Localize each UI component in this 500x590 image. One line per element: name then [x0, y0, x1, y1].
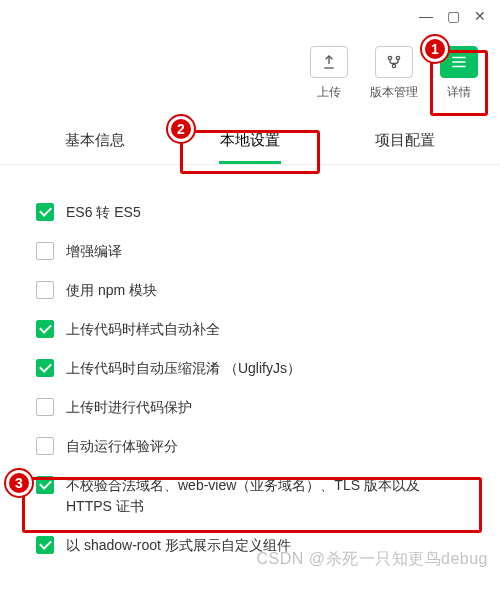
setting-label: 不校验合法域名、web-view（业务域名）、TLS 版本以及 HTTPS 证书 — [66, 475, 464, 517]
setting-nocheck[interactable]: 不校验合法域名、web-view（业务域名）、TLS 版本以及 HTTPS 证书 — [36, 466, 464, 526]
setting-audit[interactable]: 自动运行体验评分 — [36, 427, 464, 466]
setting-label: 以 shadow-root 形式展示自定义组件 — [66, 535, 291, 556]
setting-style[interactable]: 上传代码时样式自动补全 — [36, 310, 464, 349]
setting-uglify[interactable]: 上传代码时自动压缩混淆 （UglifyJs） — [36, 349, 464, 388]
checkbox-icon[interactable] — [36, 203, 54, 221]
checkbox-icon[interactable] — [36, 398, 54, 416]
version-button[interactable]: 版本管理 — [370, 46, 418, 101]
settings-panel: ES6 转 ES5 增强编译 使用 npm 模块 上传代码时样式自动补全 上传代… — [0, 165, 500, 575]
checkbox-icon[interactable] — [36, 437, 54, 455]
setting-protect[interactable]: 上传时进行代码保护 — [36, 388, 464, 427]
close-icon[interactable]: ✕ — [474, 8, 486, 24]
details-button[interactable]: 详情 — [440, 46, 478, 101]
details-label: 详情 — [447, 84, 471, 101]
checkbox-icon[interactable] — [36, 536, 54, 554]
checkbox-icon[interactable] — [36, 281, 54, 299]
upload-label: 上传 — [317, 84, 341, 101]
setting-label: 增强编译 — [66, 241, 122, 262]
minimize-icon[interactable]: — — [419, 8, 433, 24]
tabs: 基本信息 本地设置 项目配置 — [0, 115, 500, 165]
tab-basic[interactable]: 基本信息 — [18, 115, 173, 164]
checkbox-icon[interactable] — [36, 476, 54, 494]
svg-point-0 — [388, 56, 391, 59]
setting-label: 上传代码时样式自动补全 — [66, 319, 220, 340]
setting-label: ES6 转 ES5 — [66, 202, 141, 223]
tab-project[interactable]: 项目配置 — [327, 115, 482, 164]
setting-es6[interactable]: ES6 转 ES5 — [36, 193, 464, 232]
version-label: 版本管理 — [370, 84, 418, 101]
svg-point-2 — [392, 64, 395, 67]
window-controls: — ▢ ✕ — [419, 0, 500, 28]
upload-icon — [310, 46, 348, 78]
setting-label: 上传代码时自动压缩混淆 （UglifyJs） — [66, 358, 301, 379]
menu-icon — [440, 46, 478, 78]
checkbox-icon[interactable] — [36, 359, 54, 377]
checkbox-icon[interactable] — [36, 242, 54, 260]
setting-label: 上传时进行代码保护 — [66, 397, 192, 418]
setting-shadowroot[interactable]: 以 shadow-root 形式展示自定义组件 — [36, 526, 464, 565]
upload-button[interactable]: 上传 — [310, 46, 348, 101]
maximize-icon[interactable]: ▢ — [447, 8, 460, 24]
setting-enhance[interactable]: 增强编译 — [36, 232, 464, 271]
branch-icon — [375, 46, 413, 78]
checkbox-icon[interactable] — [36, 320, 54, 338]
svg-point-1 — [396, 56, 399, 59]
setting-label: 使用 npm 模块 — [66, 280, 157, 301]
setting-npm[interactable]: 使用 npm 模块 — [36, 271, 464, 310]
tab-local[interactable]: 本地设置 — [173, 115, 328, 164]
setting-label: 自动运行体验评分 — [66, 436, 178, 457]
